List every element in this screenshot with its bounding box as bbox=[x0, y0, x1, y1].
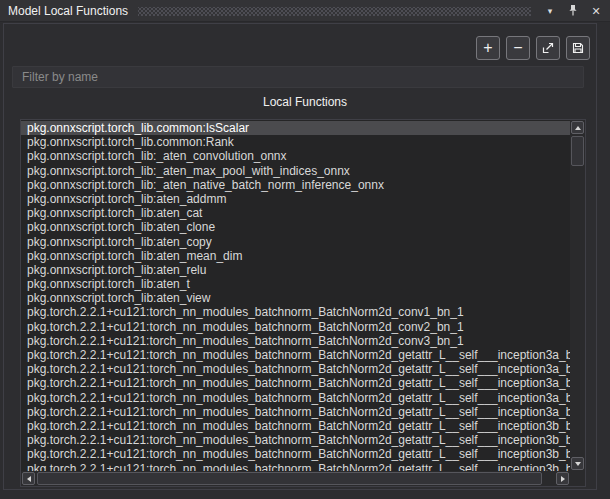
list-item[interactable]: pkg.torch.2.2.1+cu121:torch_nn_modules_b… bbox=[21, 447, 570, 461]
list-item[interactable]: pkg.onnxscript.torch_lib:aten_cat bbox=[21, 206, 570, 220]
list-item[interactable]: pkg.torch.2.2.1+cu121:torch_nn_modules_b… bbox=[21, 305, 570, 319]
horizontal-scrollbar[interactable] bbox=[21, 471, 570, 486]
scroll-up-button[interactable] bbox=[571, 121, 584, 134]
remove-button[interactable]: − bbox=[506, 36, 530, 60]
scroll-down-button[interactable] bbox=[571, 457, 584, 470]
panel-titlebar: Model Local Functions ▾ ✕ bbox=[0, 0, 610, 22]
local-functions-list: pkg.onnxscript.torch_lib.common:IsScalar… bbox=[20, 119, 586, 487]
list-item[interactable]: pkg.torch.2.2.1+cu121:torch_nn_modules_b… bbox=[21, 433, 570, 447]
vertical-scrollbar[interactable] bbox=[570, 120, 585, 471]
triangle-left-icon bbox=[27, 476, 31, 482]
list-rows: pkg.onnxscript.torch_lib.common:IsScalar… bbox=[21, 121, 570, 471]
triangle-up-icon bbox=[575, 126, 581, 130]
list-item[interactable]: pkg.torch.2.2.1+cu121:torch_nn_modules_b… bbox=[21, 334, 570, 348]
horizontal-scrollbar-thumb[interactable] bbox=[37, 472, 542, 485]
list-item[interactable]: pkg.torch.2.2.1+cu121:torch_nn_modules_b… bbox=[21, 391, 570, 405]
pin-icon[interactable] bbox=[566, 4, 580, 18]
filter-input[interactable] bbox=[12, 66, 584, 88]
list-item[interactable]: pkg.torch.2.2.1+cu121:torch_nn_modules_b… bbox=[21, 362, 570, 376]
list-item[interactable]: pkg.torch.2.2.1+cu121:torch_nn_modules_b… bbox=[21, 405, 570, 419]
list-item[interactable]: pkg.onnxscript.torch_lib.common:IsScalar bbox=[21, 121, 570, 135]
list-item[interactable]: pkg.onnxscript.torch_lib:_aten_native_ba… bbox=[21, 178, 570, 192]
close-icon[interactable]: ✕ bbox=[589, 4, 603, 18]
list-item[interactable]: pkg.torch.2.2.1+cu121:torch_nn_modules_b… bbox=[21, 462, 570, 472]
list-item[interactable]: pkg.onnxscript.torch_lib:aten_relu bbox=[21, 263, 570, 277]
list-item[interactable]: pkg.onnxscript.torch_lib:aten_t bbox=[21, 277, 570, 291]
toolbar: + − bbox=[476, 36, 590, 60]
triangle-down-icon bbox=[575, 462, 581, 466]
list-item[interactable]: pkg.torch.2.2.1+cu121:torch_nn_modules_b… bbox=[21, 320, 570, 334]
vertical-scrollbar-thumb[interactable] bbox=[571, 136, 584, 166]
scrollbar-corner bbox=[570, 471, 585, 486]
list-item[interactable]: pkg.onnxscript.torch_lib:aten_clone bbox=[21, 220, 570, 234]
list-item[interactable]: pkg.onnxscript.torch_lib:aten_mean_dim bbox=[21, 249, 570, 263]
add-button[interactable]: + bbox=[476, 36, 500, 60]
minus-icon: − bbox=[513, 40, 522, 56]
export-button[interactable] bbox=[536, 36, 560, 60]
list-item[interactable]: pkg.onnxscript.torch_lib.common:Rank bbox=[21, 135, 570, 149]
section-heading: Local Functions bbox=[0, 95, 610, 109]
list-item[interactable]: pkg.torch.2.2.1+cu121:torch_nn_modules_b… bbox=[21, 348, 570, 362]
external-arrow-icon bbox=[541, 41, 555, 55]
scroll-left-button[interactable] bbox=[22, 472, 35, 485]
drag-grip-handle[interactable] bbox=[138, 7, 531, 16]
triangle-right-icon bbox=[561, 476, 565, 482]
model-local-functions-panel: Model Local Functions ▾ ✕ + − bbox=[0, 0, 610, 499]
list-item[interactable]: pkg.onnxscript.torch_lib:_aten_convoluti… bbox=[21, 149, 570, 163]
save-button[interactable] bbox=[566, 36, 590, 60]
save-icon bbox=[571, 41, 585, 55]
panel-title: Model Local Functions bbox=[8, 4, 128, 18]
list-item[interactable]: pkg.onnxscript.torch_lib:aten_addmm bbox=[21, 192, 570, 206]
list-item[interactable]: pkg.onnxscript.torch_lib:_aten_max_pool_… bbox=[21, 164, 570, 178]
plus-icon: + bbox=[483, 40, 492, 56]
scroll-right-button[interactable] bbox=[556, 472, 569, 485]
list-item[interactable]: pkg.onnxscript.torch_lib:aten_view bbox=[21, 291, 570, 305]
list-item[interactable]: pkg.onnxscript.torch_lib:aten_copy bbox=[21, 235, 570, 249]
list-item[interactable]: pkg.torch.2.2.1+cu121:torch_nn_modules_b… bbox=[21, 376, 570, 390]
list-item[interactable]: pkg.torch.2.2.1+cu121:torch_nn_modules_b… bbox=[21, 419, 570, 433]
window-position-icon[interactable]: ▾ bbox=[543, 4, 557, 18]
